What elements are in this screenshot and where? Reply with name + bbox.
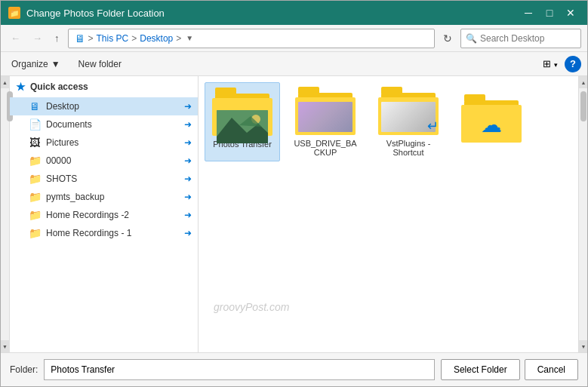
sidebar-item-pictures-label: Pictures bbox=[46, 137, 79, 148]
sidebar-pin-00000: ➜ bbox=[184, 155, 192, 166]
usb-content bbox=[298, 102, 352, 132]
watermark: groovyPost.com bbox=[214, 301, 289, 313]
folder-photo-content bbox=[217, 110, 268, 143]
search-bar: 🔍 bbox=[460, 29, 581, 48]
pymts-backup-icon: 📁 bbox=[28, 191, 42, 203]
sidebar-item-00000[interactable]: 📁 00000 ➜ bbox=[10, 152, 198, 170]
bottom-bar: Folder: Select Folder Cancel bbox=[1, 352, 587, 386]
folder-front-onedrive: ☁ bbox=[461, 105, 522, 143]
breadcrumb-sep-3: > bbox=[176, 33, 181, 44]
file-item-photos-transfer[interactable]: Photos Transfer bbox=[205, 82, 280, 161]
sidebar: ★ Quick access 🖥 Desktop ➜ 📄 Documents ➜… bbox=[10, 76, 199, 352]
breadcrumb-bar: 🖥 > This PC > Desktop > ▼ bbox=[68, 29, 436, 48]
new-folder-label: New folder bbox=[79, 59, 122, 69]
vstplugins-label: VstPlugins - Shortcut bbox=[375, 139, 442, 157]
main-content: ▲ ▼ ★ Quick access 🖥 Desktop ➜ 📄 Docume bbox=[1, 76, 587, 352]
search-input[interactable] bbox=[480, 33, 576, 44]
view-icon: ⊞ bbox=[543, 58, 551, 69]
forward-button[interactable]: → bbox=[29, 30, 46, 46]
minimize-button[interactable]: ─ bbox=[519, 5, 537, 20]
file-item-vstplugins[interactable]: ↵ VstPlugins - Shortcut bbox=[371, 82, 446, 161]
file-scroll-down[interactable]: ▼ bbox=[579, 340, 587, 352]
sidebar-item-home-rec-1[interactable]: 📁 Home Recordings - 1 ➜ bbox=[10, 224, 198, 242]
folder-front-usb bbox=[295, 97, 356, 135]
home-rec-1-icon: 📁 bbox=[28, 227, 42, 239]
sidebar-item-desktop[interactable]: 🖥 Desktop ➜ bbox=[10, 97, 198, 115]
maximize-button[interactable]: □ bbox=[540, 5, 559, 20]
breadcrumb-folder-icon: 🖥 bbox=[75, 32, 85, 45]
shots-icon: 📁 bbox=[28, 173, 42, 185]
close-button[interactable]: ✕ bbox=[562, 5, 580, 20]
home-rec-2-icon: 📁 bbox=[28, 209, 42, 221]
sidebar-item-shots-label: SHOTS bbox=[46, 174, 77, 184]
vstplugins-thumb: ↵ bbox=[378, 87, 439, 136]
sidebar-item-home-rec-2-label: Home Recordings -2 bbox=[46, 210, 129, 220]
address-bar: ← → ↑ 🖥 > This PC > Desktop > ▼ ↻ 🔍 bbox=[1, 25, 587, 52]
breadcrumb-sep-1: > bbox=[88, 33, 94, 44]
sidebar-item-desktop-label: Desktop bbox=[46, 101, 79, 112]
organize-label: Organize bbox=[11, 59, 48, 69]
quick-access-label: Quick access bbox=[30, 81, 88, 92]
toolbar: Organize ▼ New folder ⊞ ▾ ? bbox=[1, 52, 587, 76]
dialog-icon: 📁 bbox=[8, 7, 20, 19]
sidebar-pin-documents: ➜ bbox=[184, 119, 192, 130]
refresh-button[interactable]: ↻ bbox=[439, 30, 456, 47]
00000-icon: 📁 bbox=[28, 155, 42, 167]
back-button[interactable]: ← bbox=[7, 30, 24, 46]
file-area-scrollbar: ▲ ▼ bbox=[578, 76, 587, 352]
sidebar-scroll-up[interactable]: ▲ bbox=[1, 76, 10, 88]
sidebar-item-home-rec-2[interactable]: 📁 Home Recordings -2 ➜ bbox=[10, 206, 198, 224]
view-button[interactable]: ⊞ ▾ bbox=[539, 56, 562, 72]
sidebar-item-pymts-backup[interactable]: 📁 pymts_backup ➜ bbox=[10, 188, 198, 206]
sidebar-item-documents[interactable]: 📄 Documents ➜ bbox=[10, 115, 198, 134]
sidebar-pin-pymts-backup: ➜ bbox=[184, 192, 192, 202]
sidebar-pin-pictures: ➜ bbox=[184, 137, 192, 148]
select-folder-button[interactable]: Select Folder bbox=[441, 359, 520, 380]
organize-button[interactable]: Organize ▼ bbox=[7, 57, 65, 71]
help-icon: ? bbox=[570, 58, 576, 69]
onedrive-cloud-icon: ☁ bbox=[481, 112, 502, 137]
new-folder-button[interactable]: New folder bbox=[74, 57, 126, 71]
breadcrumb-desktop[interactable]: Desktop bbox=[140, 33, 173, 44]
file-scroll-thumb bbox=[580, 91, 586, 121]
title-bar-left: 📁 Change Photos Folder Location bbox=[8, 7, 165, 19]
photos-transfer-thumb bbox=[212, 88, 272, 137]
help-button[interactable]: ? bbox=[565, 56, 581, 72]
dialog-window: 📁 Change Photos Folder Location ─ □ ✕ ← … bbox=[0, 0, 588, 387]
folder-input[interactable] bbox=[44, 359, 435, 380]
breadcrumb-this-pc[interactable]: This PC bbox=[97, 33, 129, 44]
sidebar-item-home-rec-1-label: Home Recordings - 1 bbox=[46, 228, 131, 238]
sidebar-pin-home-rec-2: ➜ bbox=[184, 210, 192, 220]
onedrive-thumb: ☁ bbox=[461, 94, 522, 143]
documents-icon: 📄 bbox=[28, 118, 42, 131]
organize-chevron: ▼ bbox=[51, 59, 60, 69]
title-bar-controls: ─ □ ✕ bbox=[519, 5, 580, 20]
sidebar-pin-home-rec-1: ➜ bbox=[184, 228, 192, 238]
file-area-wrapper: Photos Transfer USB_DRIVE_BACKUP bbox=[199, 76, 587, 352]
action-buttons: Select Folder Cancel bbox=[441, 359, 578, 380]
file-scroll-up[interactable]: ▲ bbox=[579, 76, 587, 88]
desktop-icon: 🖥 bbox=[28, 100, 42, 112]
usb-drive-thumb bbox=[295, 87, 356, 136]
sidebar-item-documents-label: Documents bbox=[46, 119, 92, 130]
view-chevron: ▾ bbox=[554, 61, 558, 69]
file-scroll-track bbox=[579, 88, 587, 340]
up-button[interactable]: ↑ bbox=[51, 30, 63, 46]
sidebar-item-shots[interactable]: 📁 SHOTS ➜ bbox=[10, 170, 198, 188]
onedrive-content: ☁ bbox=[464, 109, 519, 140]
breadcrumb-dropdown[interactable]: ▼ bbox=[184, 34, 195, 42]
breadcrumb-sep-2: > bbox=[131, 33, 137, 44]
sidebar-scroll-down[interactable]: ▼ bbox=[1, 340, 10, 352]
search-icon: 🔍 bbox=[466, 33, 477, 44]
title-bar: 📁 Change Photos Folder Location ─ □ ✕ bbox=[1, 1, 587, 25]
quick-access-header[interactable]: ★ Quick access bbox=[10, 76, 198, 97]
file-item-usb-drive[interactable]: USB_DRIVE_BACKUP bbox=[288, 82, 363, 161]
file-item-onedrive[interactable]: ☁ bbox=[454, 90, 529, 148]
sidebar-pin-desktop: ➜ bbox=[184, 101, 192, 112]
cancel-button[interactable]: Cancel bbox=[525, 359, 578, 380]
sidebar-scrollbar: ▲ ▼ bbox=[1, 76, 10, 352]
sidebar-pin-shots: ➜ bbox=[184, 174, 192, 184]
sidebar-item-pictures[interactable]: 🖼 Pictures ➜ bbox=[10, 134, 198, 152]
folder-front-photos bbox=[212, 98, 272, 136]
file-area: Photos Transfer USB_DRIVE_BACKUP bbox=[199, 76, 578, 352]
